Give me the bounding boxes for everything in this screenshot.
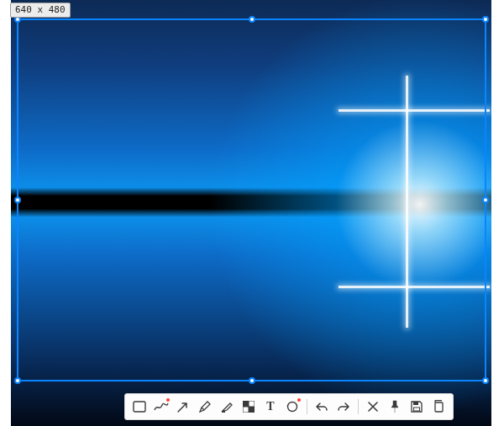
redo-icon <box>337 401 350 413</box>
separator <box>358 399 359 414</box>
text-tool-button[interactable]: T <box>260 396 281 418</box>
resize-handle-middle-left[interactable] <box>14 197 21 203</box>
copy-icon <box>433 400 444 413</box>
annotation-toolbar: T <box>124 393 454 420</box>
arrow-tool-button[interactable] <box>172 396 194 418</box>
light-streak <box>339 109 490 112</box>
svg-rect-8 <box>435 402 443 412</box>
save-icon <box>411 401 423 413</box>
highlighter-tool-button[interactable] <box>216 396 238 418</box>
save-button[interactable] <box>406 396 428 418</box>
mosaic-icon <box>243 401 255 413</box>
svg-rect-6 <box>413 402 418 405</box>
svg-point-5 <box>288 402 297 412</box>
pin-icon <box>389 400 401 413</box>
resize-handle-bottom-right[interactable] <box>482 377 489 384</box>
undo-button[interactable] <box>311 396 333 418</box>
resize-handle-bottom-left[interactable] <box>14 377 21 384</box>
screenshot-editor: 640 x 480 <box>0 0 504 426</box>
wallpaper <box>11 0 491 426</box>
selection-size-label: 640 x 480 <box>10 3 71 18</box>
resize-handle-top-middle[interactable] <box>249 16 255 23</box>
arrow-icon <box>176 400 190 413</box>
svg-rect-7 <box>414 408 420 411</box>
close-icon <box>368 402 378 412</box>
resize-handle-middle-right[interactable] <box>482 197 489 203</box>
mosaic-tool-button[interactable] <box>238 396 260 418</box>
pencil-tool-button[interactable] <box>194 396 216 418</box>
counter-icon <box>286 401 298 413</box>
redo-button[interactable] <box>333 396 354 418</box>
copy-button[interactable] <box>428 396 449 418</box>
svg-rect-1 <box>243 401 249 407</box>
pencil-icon <box>198 400 212 413</box>
undo-icon <box>315 401 328 413</box>
svg-rect-4 <box>249 407 255 413</box>
freehand-icon <box>154 401 169 413</box>
resize-handle-top-right[interactable] <box>482 16 489 23</box>
light-streak <box>406 76 408 328</box>
text-icon: T <box>266 400 274 413</box>
pin-button[interactable] <box>384 396 406 418</box>
svg-rect-3 <box>243 407 249 413</box>
counter-tool-button[interactable] <box>281 396 303 418</box>
close-button[interactable] <box>362 396 384 418</box>
svg-rect-2 <box>249 401 255 407</box>
separator <box>307 399 307 414</box>
highlighter-icon <box>220 400 234 413</box>
rectangle-tool-button[interactable] <box>129 396 150 418</box>
svg-rect-0 <box>134 402 145 412</box>
captured-desktop <box>11 0 491 426</box>
freehand-tool-button[interactable] <box>150 396 172 418</box>
rectangle-icon <box>133 401 146 413</box>
resize-handle-bottom-middle[interactable] <box>249 377 255 384</box>
light-streak <box>339 286 490 288</box>
